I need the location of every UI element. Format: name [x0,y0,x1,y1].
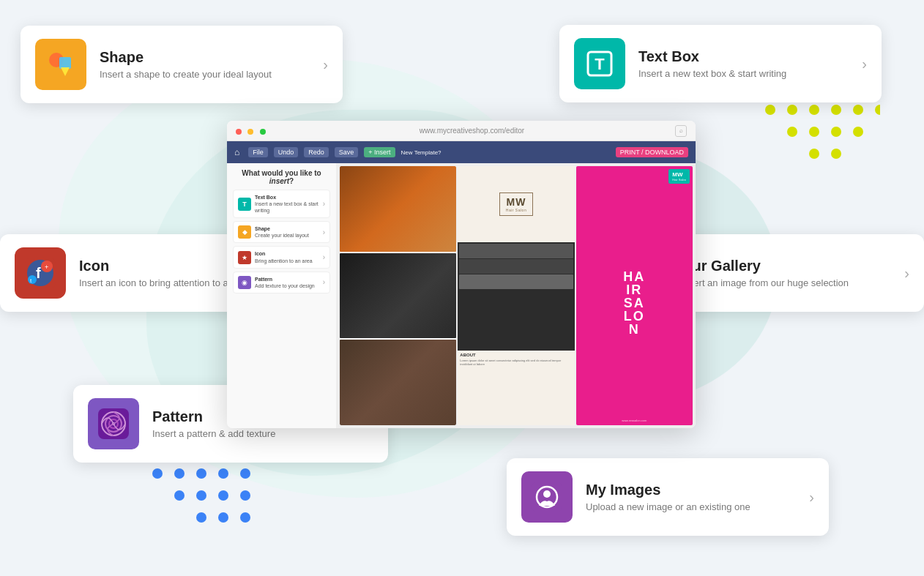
editor-content: What would you like to insert? T Text Bo… [227,163,696,428]
browser-bar: www.mycreativeshop.com/editor ⌕ [227,121,696,141]
sidebar-pattern-arrow: › [323,278,325,286]
gallery-card-desc: Insert an image from our huge selection [681,277,884,288]
browser-search-icon: ⌕ [675,125,687,137]
svg-point-38 [174,490,185,501]
svg-marker-47 [61,67,70,76]
pattern-card-icon [88,398,139,449]
shape-card-desc: Insert a shape to create your ideal layo… [100,69,302,80]
svg-point-9 [765,105,775,115]
gallery-card-arrow: › [904,265,909,282]
textbox-card-title: Text Box [638,48,841,65]
textbox-card-text: Text Box Insert a new text box & start w… [638,48,841,79]
canvas-panel-2: MW Hair Salon ABOUT Lorem ipsum dolor si… [458,166,574,425]
toolbar-insert-btn[interactable]: + Insert [364,147,395,157]
textbox-card[interactable]: T Text Box Insert a new text box & start… [559,25,882,102]
myimages-card-desc: Upload a new image or an existing one [586,501,789,512]
canvas-panel-3: MW Hair Salon HAIRSALON www.mwsalon.com [576,166,693,425]
pattern-card-desc: Insert a pattern & add texture [152,428,348,439]
sidebar-textbox-text: Text Box Insert a new text box & start w… [255,194,319,214]
myimages-card[interactable]: My Images Upload a new image or an exist… [507,458,829,536]
browser-dots [236,124,269,138]
svg-point-55 [28,275,37,284]
toolbar-print-btn[interactable]: PRINT / DOWNLOAD [616,147,688,157]
sidebar-textbox-arrow: › [323,200,325,208]
sidebar-shape-icon: ◆ [238,225,251,239]
sidebar-icon-icon: ★ [238,251,251,264]
textbox-card-desc: Insert a new text box & start writing [638,68,841,79]
svg-point-12 [831,105,841,115]
svg-point-18 [853,127,863,137]
editor-mockup: www.mycreativeshop.com/editor ⌕ ⌂ File U… [227,121,696,428]
svg-text:T: T [595,55,605,73]
sidebar-icon-text: Icon Bring attention to an area [255,250,313,263]
svg-text:+: + [45,263,48,271]
editor-sidebar: What would you like to insert? T Text Bo… [227,163,337,428]
svg-point-41 [240,490,250,501]
myimages-card-icon [521,471,573,523]
toolbar-undo-btn[interactable]: Undo [274,147,299,157]
svg-point-10 [787,105,797,115]
sidebar-icon-arrow: › [323,253,325,261]
svg-point-34 [174,468,185,479]
svg-point-19 [809,149,819,159]
sidebar-shape-text: Shape Create your ideal layout [255,225,309,239]
gallery-card-title: Our Gallery [681,258,884,274]
toolbar-template-label: New Template? [401,149,610,156]
svg-point-14 [875,105,880,115]
svg-point-42 [196,512,206,523]
svg-rect-46 [59,57,71,69]
myimages-card-arrow: › [809,489,814,506]
shape-card-arrow: › [323,56,328,73]
myimages-card-text: My Images Upload a new image or an exist… [586,482,789,512]
shape-card-text: Shape Insert a shape to create your idea… [100,49,302,80]
sidebar-shape-arrow: › [323,228,325,236]
svg-point-13 [853,105,863,115]
svg-point-73 [543,490,551,498]
gallery-card-text: Our Gallery Insert an image from our hug… [681,258,884,288]
sidebar-shape-item[interactable]: ◆ Shape Create your ideal layout › [233,221,330,243]
svg-point-15 [787,127,797,137]
svg-point-44 [240,512,250,523]
sidebar-pattern-icon: ◉ [238,276,251,289]
toolbar-redo-btn[interactable]: Redo [304,147,329,157]
sidebar-pattern-item[interactable]: ◉ Pattern Add texture to your design › [233,272,330,293]
svg-point-43 [218,512,228,523]
myimages-card-title: My Images [586,482,789,498]
sidebar-icon-item[interactable]: ★ Icon Bring attention to an area › [233,246,330,268]
shape-card-title: Shape [100,49,302,66]
svg-point-16 [809,127,819,137]
svg-point-40 [218,490,228,501]
icon-card-icon: f + t [15,247,66,299]
editor-canvas: MW Hair Salon ABOUT Lorem ipsum dolor si… [337,163,696,428]
svg-point-37 [240,468,250,479]
svg-point-17 [831,127,841,137]
sidebar-textbox-item[interactable]: T Text Box Insert a new text box & start… [233,190,330,218]
svg-point-33 [152,468,163,479]
svg-point-20 [831,149,841,159]
editor-toolbar: ⌂ File Undo Redo Save + Insert New Templ… [227,141,696,163]
sidebar-pattern-text: Pattern Add texture to your design [255,276,315,289]
sidebar-title: What would you like to insert? [233,169,330,185]
svg-point-36 [218,468,228,479]
toolbar-save-btn[interactable]: Save [335,147,359,157]
toolbar-home-icon: ⌂ [234,147,239,157]
sidebar-textbox-icon: T [238,198,251,211]
textbox-card-icon: T [574,38,625,89]
svg-point-35 [196,468,206,479]
toolbar-file-btn[interactable]: File [248,147,268,157]
textbox-card-arrow: › [862,56,867,72]
shape-card[interactable]: Shape Insert a shape to create your idea… [21,26,343,103]
canvas-panel-1 [340,166,456,425]
browser-url: www.mycreativeshop.com/editor [275,127,669,135]
svg-point-11 [809,105,819,115]
shape-card-icon [35,39,86,90]
svg-point-39 [196,490,206,501]
svg-text:f: f [36,265,41,281]
